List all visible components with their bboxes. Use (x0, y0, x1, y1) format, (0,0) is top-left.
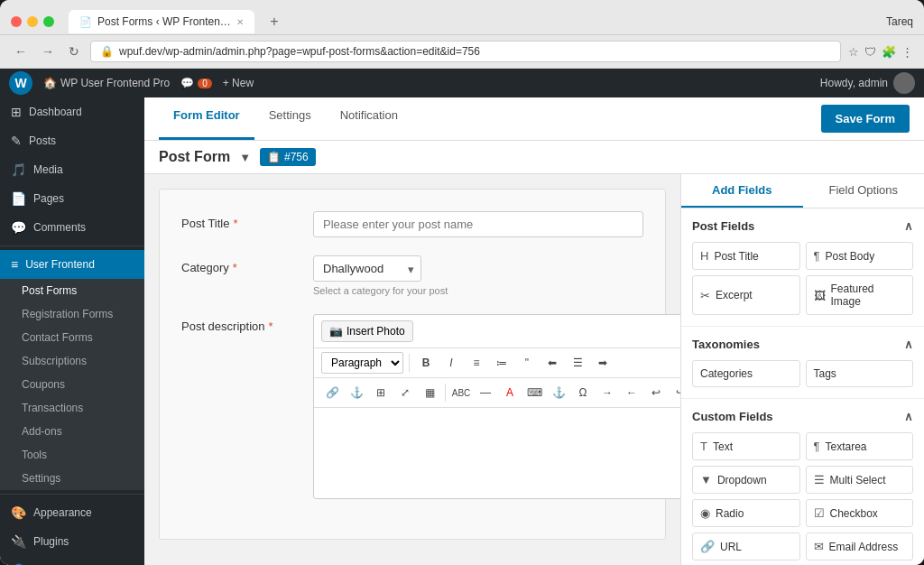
sidebar-item-registration-forms[interactable]: Registration Forms (0, 302, 144, 326)
format-button[interactable]: ⌨ (523, 382, 545, 403)
sidebar-item-dashboard[interactable]: ⊞ Dashboard (0, 97, 144, 126)
anchor-button[interactable]: ⚓ (548, 382, 569, 403)
browser-tab[interactable]: 📄 Post Forms ‹ WP Fronten… ✕ (69, 10, 254, 33)
post-desc-editor-wrap: 📷 Insert Photo Paragraph (313, 314, 680, 499)
minimize-button[interactable] (27, 16, 38, 27)
unlink-button[interactable]: ⚓ (346, 382, 367, 403)
close-tab-icon[interactable]: ✕ (236, 17, 244, 27)
sidebar-item-coupons[interactable]: Coupons (0, 373, 144, 396)
post-fields-grid: H Post Title ¶ Post Body ✂ Excerpt (692, 242, 913, 315)
tab-notification[interactable]: Notification (326, 97, 412, 140)
italic-button[interactable]: I (440, 352, 462, 374)
custom-fields-toggle[interactable]: ∧ (904, 410, 913, 423)
align-left-button[interactable]: ⬅ (541, 352, 563, 374)
align-center-button[interactable]: ☰ (567, 352, 588, 374)
insert-photo-button[interactable]: 📷 Insert Photo (321, 320, 413, 342)
wp-main: ⊞ Dashboard ✎ Posts 🎵 Media 📄 Pages 💬 Co… (0, 97, 924, 565)
post-fields-toggle[interactable]: ∧ (904, 219, 913, 233)
forward-button[interactable]: → (38, 42, 58, 60)
post-title-field-row: Post Title * (181, 211, 643, 237)
table-button[interactable]: ⊞ (370, 382, 392, 403)
tab-form-editor[interactable]: Form Editor (159, 97, 254, 140)
tags-field-btn[interactable]: Tags (806, 360, 914, 387)
panel-tab-add-fields[interactable]: Add Fields (681, 174, 803, 208)
ol-button[interactable]: ≔ (491, 352, 513, 374)
post-title-field-btn[interactable]: H Post Title (692, 242, 800, 270)
appearance-icon: 🎨 (11, 505, 26, 520)
tab-settings[interactable]: Settings (254, 97, 326, 140)
outdent-button[interactable]: ← (621, 382, 642, 403)
omega-button[interactable]: Ω (572, 382, 594, 403)
form-titlebar: Post Form ▼ 📋 #756 (144, 141, 924, 174)
form-dropdown-arrow[interactable]: ▼ (239, 151, 251, 164)
rte-body[interactable] (314, 408, 680, 498)
undo-button[interactable]: ↩ (645, 382, 667, 403)
sidebar-item-add-ons[interactable]: Add-ons (0, 420, 144, 443)
excerpt-field-btn[interactable]: ✂ Excerpt (692, 275, 800, 315)
email-field-btn[interactable]: ✉ Email Address (806, 533, 914, 560)
radio-field-btn[interactable]: ◉ Radio (692, 499, 800, 527)
sidebar-item-contact-forms[interactable]: Contact Forms (0, 326, 144, 349)
url-field-btn[interactable]: 🔗 URL (692, 533, 800, 560)
wp-logo[interactable]: W (9, 71, 32, 95)
category-select[interactable]: Dhallywood (313, 255, 421, 282)
comments-bar-item[interactable]: 💬 0 (180, 77, 212, 89)
panel-tab-field-options[interactable]: Field Options (803, 174, 925, 208)
menu-icon[interactable]: ⋮ (901, 45, 913, 59)
dashboard-icon: ⊞ (11, 105, 22, 119)
post-fields-header: Post Fields ∧ (692, 219, 913, 233)
sidebar-item-settings[interactable]: Settings (0, 467, 144, 490)
save-form-button[interactable]: Save Form (821, 105, 910, 133)
checkbox-field-btn[interactable]: ☑ Checkbox (806, 499, 914, 527)
abc-button[interactable]: ABC (450, 382, 472, 403)
sidebar-item-pages[interactable]: 📄 Pages (0, 184, 144, 213)
multi-select-field-btn[interactable]: ☰ Multi Select (806, 466, 914, 494)
sidebar-item-plugins[interactable]: 🔌 Plugins (0, 527, 144, 556)
sidebar-item-appearance[interactable]: 🎨 Appearance (0, 498, 144, 527)
content-area: Form Editor Settings Notification Save F… (144, 97, 924, 565)
maximize-button[interactable] (43, 16, 54, 27)
color-button[interactable]: A (499, 382, 521, 403)
sidebar-item-post-forms[interactable]: Post Forms (0, 279, 144, 302)
back-button[interactable]: ← (11, 42, 31, 60)
post-title-input[interactable] (313, 211, 643, 237)
ul-button[interactable]: ≡ (466, 352, 487, 374)
fullscreen-button[interactable]: ⤢ (394, 382, 416, 403)
sidebar-item-comments[interactable]: 💬 Comments (0, 213, 144, 242)
traffic-lights (11, 16, 54, 27)
indent-button[interactable]: → (596, 382, 618, 403)
site-name[interactable]: 🏠 WP User Frontend Pro (43, 77, 170, 89)
close-button[interactable] (11, 16, 22, 27)
refresh-button[interactable]: ↻ (65, 42, 83, 60)
post-body-field-btn[interactable]: ¶ Post Body (806, 242, 914, 270)
categories-field-btn[interactable]: Categories (692, 360, 800, 387)
taxonomies-toggle[interactable]: ∧ (904, 338, 913, 351)
star-icon[interactable]: ☆ (848, 45, 859, 59)
sidebar-item-user-frontend[interactable]: ≡ User Frontend (0, 250, 144, 279)
blockquote-button[interactable]: " (516, 352, 538, 374)
paragraph-select[interactable]: Paragraph (321, 352, 403, 374)
align-right-button[interactable]: ➡ (592, 352, 614, 374)
dropdown-field-btn[interactable]: ▼ Dropdown (692, 466, 800, 494)
sidebar-item-transactions[interactable]: Transactions (0, 396, 144, 420)
sidebar-item-tools[interactable]: Tools (0, 443, 144, 467)
url-field-icon: 🔗 (700, 540, 715, 553)
sidebar-item-subscriptions[interactable]: Subscriptions (0, 349, 144, 373)
panel-tabs: Add Fields Field Options (681, 174, 924, 208)
bold-button[interactable]: B (415, 352, 437, 374)
link-button[interactable]: 🔗 (321, 382, 343, 403)
redo-button[interactable]: ↪ (670, 382, 680, 403)
hr-button[interactable]: — (475, 382, 496, 403)
photo-icon: 📷 (329, 325, 343, 338)
sidebar-item-media[interactable]: 🎵 Media (0, 155, 144, 184)
text-field-btn[interactable]: T Text (692, 432, 800, 460)
textarea-field-btn[interactable]: ¶ Textarea (806, 432, 914, 460)
sidebar-item-posts[interactable]: ✎ Posts (0, 126, 144, 155)
new-tab-button[interactable]: + (262, 9, 287, 34)
new-item-button[interactable]: + New (223, 77, 254, 89)
address-bar[interactable]: 🔒 wpuf.dev/wp-admin/admin.php?page=wpuf-… (90, 41, 841, 62)
sidebar-item-users[interactable]: 👤 Users (0, 556, 144, 565)
code-button[interactable]: ▦ (419, 382, 440, 403)
rich-text-editor: 📷 Insert Photo Paragraph (313, 314, 680, 499)
featured-image-field-btn[interactable]: 🖼 Featured Image (806, 275, 914, 315)
